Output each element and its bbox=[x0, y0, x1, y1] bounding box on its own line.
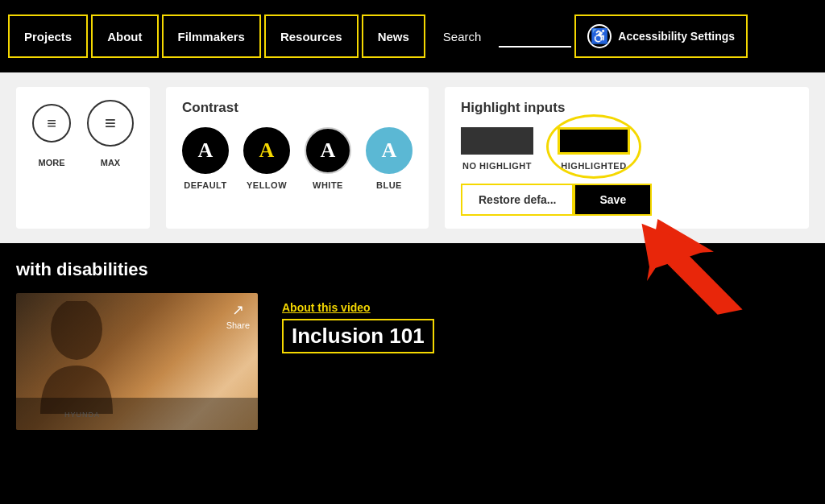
no-highlight-option[interactable]: NO HIGHLIGHT bbox=[461, 127, 533, 171]
contrast-white-icon: A bbox=[305, 127, 351, 174]
contrast-title: Contrast bbox=[182, 100, 412, 116]
size-max-label: MAX bbox=[87, 158, 134, 167]
contrast-option-default[interactable]: A DEFAULT bbox=[182, 127, 229, 190]
contrast-option-blue[interactable]: A BLUE bbox=[366, 127, 412, 190]
contrast-blue-label: BLUE bbox=[376, 180, 402, 190]
nav-about[interactable]: About bbox=[91, 14, 158, 58]
size-more-icon[interactable]: ≡ bbox=[32, 104, 71, 143]
search-input[interactable] bbox=[499, 26, 571, 48]
highlighted-label: HIGHLIGHTED bbox=[561, 161, 626, 171]
restore-defaults-button[interactable]: Restore defa... bbox=[461, 184, 574, 216]
contrast-option-white[interactable]: A WHITE bbox=[305, 127, 351, 190]
contrast-blue-icon: A bbox=[366, 127, 412, 174]
contrast-white-label: WHITE bbox=[313, 180, 343, 190]
size-panel: ≡ ≡ MORE MAX bbox=[16, 87, 150, 229]
highlight-options: NO HIGHLIGHT HIGHLIGHTED bbox=[461, 127, 793, 171]
nav-news[interactable]: News bbox=[362, 14, 425, 58]
contrast-option-yellow[interactable]: A YELLOW bbox=[243, 127, 290, 190]
contrast-default-label: DEFAULT bbox=[184, 180, 226, 190]
size-options: ≡ ≡ bbox=[32, 100, 134, 147]
no-highlight-label: NO HIGHLIGHT bbox=[462, 161, 532, 171]
person-silhouette bbox=[24, 301, 129, 414]
share-button[interactable]: ↗ Share bbox=[226, 301, 250, 330]
contrast-default-icon: A bbox=[182, 127, 229, 174]
accessibility-icon: ♿ bbox=[587, 24, 611, 48]
size-more-label: MORE bbox=[32, 158, 71, 167]
no-highlight-box bbox=[461, 127, 533, 155]
video-overlay bbox=[16, 398, 258, 430]
share-label: Share bbox=[226, 320, 250, 330]
nav-projects[interactable]: Projects bbox=[8, 14, 88, 58]
nav-resources[interactable]: Resources bbox=[264, 14, 359, 58]
contrast-yellow-label: YELLOW bbox=[247, 180, 287, 190]
with-disabilities-text: with disabilities bbox=[16, 259, 809, 280]
brand-text: HYUNDA bbox=[64, 411, 100, 419]
highlighted-box bbox=[558, 127, 630, 155]
nav-filmmakers[interactable]: Filmmakers bbox=[162, 14, 261, 58]
settings-panel-area: ≡ ≡ MORE MAX Contrast A DEFAULT A YELLOW… bbox=[0, 72, 825, 243]
nav-search-label: Search bbox=[429, 14, 496, 58]
size-labels: MORE MAX bbox=[32, 158, 134, 167]
share-icon: ↗ bbox=[232, 301, 244, 319]
about-video-label: About this video bbox=[282, 301, 434, 314]
video-info: About this video Inclusion 101 bbox=[282, 293, 434, 353]
save-button[interactable]: Save bbox=[574, 184, 652, 216]
contrast-yellow-icon: A bbox=[243, 127, 290, 174]
lower-section: with disabilities ↗ Share HYUNDA About t… bbox=[0, 243, 825, 436]
accessibility-settings-label: Accessibility Settings bbox=[618, 30, 735, 43]
video-thumbnail[interactable]: ↗ Share HYUNDA bbox=[16, 293, 258, 430]
navigation: Projects About Filmmakers Resources News… bbox=[0, 0, 825, 72]
contrast-panel: Contrast A DEFAULT A YELLOW A WHITE A BL… bbox=[166, 87, 429, 229]
video-title: Inclusion 101 bbox=[282, 319, 434, 353]
highlight-title: Highlight inputs bbox=[461, 100, 793, 116]
lower-content: ↗ Share HYUNDA About this video Inclusio… bbox=[16, 293, 809, 430]
contrast-options: A DEFAULT A YELLOW A WHITE A BLUE bbox=[182, 127, 412, 190]
highlighted-option[interactable]: HIGHLIGHTED bbox=[558, 127, 630, 171]
accessibility-settings-button[interactable]: ♿ Accessibility Settings bbox=[574, 14, 748, 58]
size-max-icon[interactable]: ≡ bbox=[87, 100, 134, 147]
buttons-row: Restore defa... Save bbox=[461, 184, 793, 216]
svg-point-2 bbox=[51, 301, 102, 360]
highlight-panel: Highlight inputs NO HIGHLIGHT HIGHLIGHTE… bbox=[445, 87, 809, 229]
